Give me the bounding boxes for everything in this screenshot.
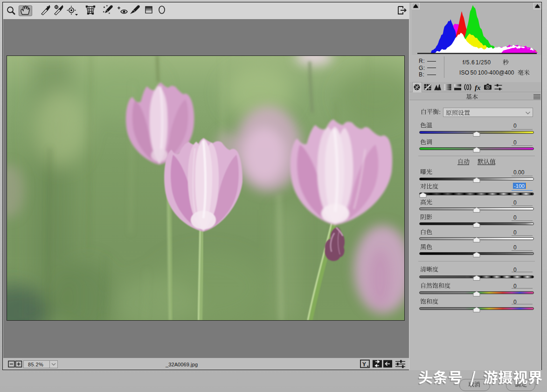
svg-text:Y: Y [362,361,366,368]
svg-text:fx: fx [475,84,481,91]
